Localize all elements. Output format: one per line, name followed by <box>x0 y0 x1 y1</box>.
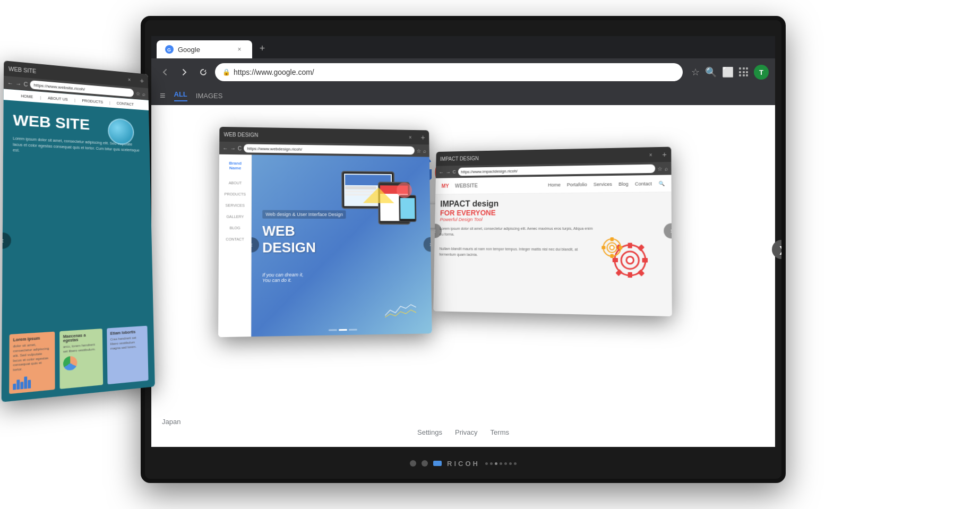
impact-search-icon[interactable]: ⌕ <box>665 166 668 171</box>
tab-title-google: Google <box>178 46 231 54</box>
website-search-icon[interactable]: ⌕ <box>142 91 145 97</box>
apps-dot <box>739 74 741 76</box>
svg-rect-7 <box>345 186 376 189</box>
webdesign-refresh-icon[interactable]: C <box>238 145 242 151</box>
profile-manage-icon[interactable]: ⬜ <box>722 66 734 78</box>
website-nav-contact[interactable]: CONTACT <box>117 101 134 106</box>
website-new-tab-button[interactable]: + <box>140 76 144 85</box>
bookmark-icon[interactable]: ☆ <box>691 66 700 78</box>
tab-images[interactable]: IMAGES <box>196 92 223 100</box>
svg-rect-20 <box>628 272 632 278</box>
card-2-text: arcu, lorem hendrerit set libero vestibu… <box>63 342 99 354</box>
footer-privacy[interactable]: Privacy <box>455 428 478 436</box>
website-prev-arrow[interactable]: ‹ <box>2 232 11 249</box>
menu-icon[interactable]: ≡ <box>160 90 166 101</box>
address-bar[interactable]: 🔒 https://www.google.com/ <box>215 63 683 81</box>
nav-back-button[interactable] <box>158 65 173 80</box>
card-1-title: Lorem ipsum <box>13 335 51 342</box>
webdesign-address-bar[interactable]: https://www.webdesign.ricoh/ <box>244 144 415 154</box>
chrome-tab-google[interactable]: G Google × <box>157 40 252 58</box>
website-card-3: Etiam lobortis Cras hendrerit set libero… <box>107 326 148 384</box>
webdesign-url: https://www.webdesign.ricoh/ <box>247 146 302 151</box>
browser-impact: IMPACT DESIGN × + ← → C https://www.impa… <box>433 147 672 317</box>
webdesign-new-tab-button[interactable]: + <box>421 133 425 142</box>
device-mockup-svg <box>337 166 420 229</box>
monitor-brand-label: RICOH <box>447 460 480 468</box>
new-tab-button[interactable]: + <box>254 40 270 56</box>
tab-close-button[interactable]: × <box>235 45 244 54</box>
website-bookmark-icon[interactable]: ☆ <box>136 90 141 96</box>
monitor-bottom-icons: RICOH <box>410 460 517 468</box>
sidebar-services[interactable]: SERVICES <box>222 203 248 207</box>
nav-forward-button[interactable] <box>177 65 192 80</box>
impact-url: https://www.impactdesign.ricoh/ <box>461 168 518 174</box>
sidebar-blog[interactable]: BLOG <box>222 226 247 230</box>
website-nav-home[interactable]: HOME <box>21 94 33 99</box>
impact-close-button[interactable]: × <box>649 152 652 158</box>
apps-dot <box>739 67 741 70</box>
sidebar-about[interactable]: ABOUT <box>222 181 248 185</box>
svg-rect-25 <box>638 270 644 277</box>
website-cards: Lorem ipsum dolor sit amet, consectetur … <box>2 319 155 402</box>
chrome-toolbar: 🔒 https://www.google.com/ ☆ 🔍 ⬜ <box>151 58 775 86</box>
website-refresh-icon[interactable]: C <box>24 81 28 88</box>
impact-text-area: IMPACT design FOR EVERYONE Powerful Desi… <box>438 199 595 317</box>
website-nav-about[interactable]: ABOUT US <box>48 96 68 101</box>
profile-avatar[interactable]: T <box>754 65 769 80</box>
website-nav-products[interactable]: PRODUCTS <box>82 98 103 103</box>
ind-dot-3 <box>495 462 497 465</box>
impact-back-icon[interactable]: ← <box>439 169 443 175</box>
page-dot-3 <box>349 329 357 331</box>
nav-divider-2: | <box>74 98 75 101</box>
impact-nav-blog[interactable]: Blog <box>618 181 628 186</box>
impact-bookmark-icon[interactable]: ☆ <box>657 166 662 171</box>
apps-icon[interactable] <box>739 67 749 77</box>
search-icon[interactable]: 🔍 <box>705 66 717 78</box>
footer-terms[interactable]: Terms <box>491 428 509 436</box>
refresh-button[interactable] <box>196 65 211 80</box>
tab-all[interactable]: ALL <box>174 90 187 101</box>
apps-dot <box>743 74 745 76</box>
sidebar-products[interactable]: PRODUCTS <box>222 192 248 196</box>
website-forward-icon[interactable]: → <box>15 80 21 87</box>
webdesign-page-indicator <box>329 329 357 331</box>
svg-point-36 <box>611 246 614 249</box>
website-close-button[interactable]: × <box>128 76 131 82</box>
impact-nav-contact[interactable]: Contact <box>635 181 652 187</box>
webdesign-brand: Brand Name <box>222 161 248 171</box>
scene: G Google × + <box>0 0 980 509</box>
sidebar-gallery[interactable]: GALLERY <box>222 215 248 219</box>
impact-subtitle: Powerful Design Tool <box>440 217 595 222</box>
page-dot-1 <box>329 329 337 331</box>
webdesign-search-icon[interactable]: ⌕ <box>423 148 426 154</box>
ind-dot-7 <box>514 462 517 465</box>
webdesign-main-area: Web design & User Interface Design WEBDE… <box>251 155 432 337</box>
impact-nav-portafolio[interactable]: Portafolio <box>567 182 587 187</box>
impact-new-tab-button[interactable]: + <box>662 150 667 159</box>
impact-nav-home[interactable]: Home <box>548 182 561 187</box>
webdesign-tagline: If you can dream it,You can do it. <box>262 272 347 283</box>
webdesign-tab-title: WEB DESIGN <box>223 131 406 140</box>
impact-forward-icon[interactable]: → <box>445 169 451 175</box>
impact-toolbar-icons: ☆ ⌕ <box>657 166 668 171</box>
footer-settings[interactable]: Settings <box>417 428 442 436</box>
webdesign-bookmark-icon[interactable]: ☆ <box>417 148 422 153</box>
webdesign-forward-icon[interactable]: → <box>230 145 236 151</box>
ind-dot-5 <box>504 462 507 465</box>
impact-refresh-icon[interactable]: C <box>453 169 456 175</box>
impact-nav-services[interactable]: Services <box>594 182 612 187</box>
webdesign-back-icon[interactable]: ← <box>222 145 228 151</box>
impact-address-bar[interactable]: https://www.impactdesign.ricoh/ <box>458 165 655 176</box>
website-back-icon[interactable]: ← <box>7 80 13 86</box>
webdesign-mini-chart <box>385 302 416 318</box>
card-3-text: Cras hendrerit set libero vestibulum mag… <box>110 335 145 351</box>
impact-search-nav-icon[interactable]: 🔍 <box>659 180 665 186</box>
website-toolbar-icons: ☆ ⌕ <box>136 90 145 97</box>
ind-dot-4 <box>500 462 502 465</box>
webdesign-close-button[interactable]: × <box>409 134 412 140</box>
sidebar-contact[interactable]: CONTACT <box>222 237 247 241</box>
webdesign-prev-arrow[interactable]: ‹ <box>251 237 259 252</box>
google-footer: Settings Privacy Terms <box>151 428 775 436</box>
card-1-text: dolor sit amet, consectetur adipiscing e… <box>13 342 51 373</box>
indicator-dots <box>485 462 517 465</box>
